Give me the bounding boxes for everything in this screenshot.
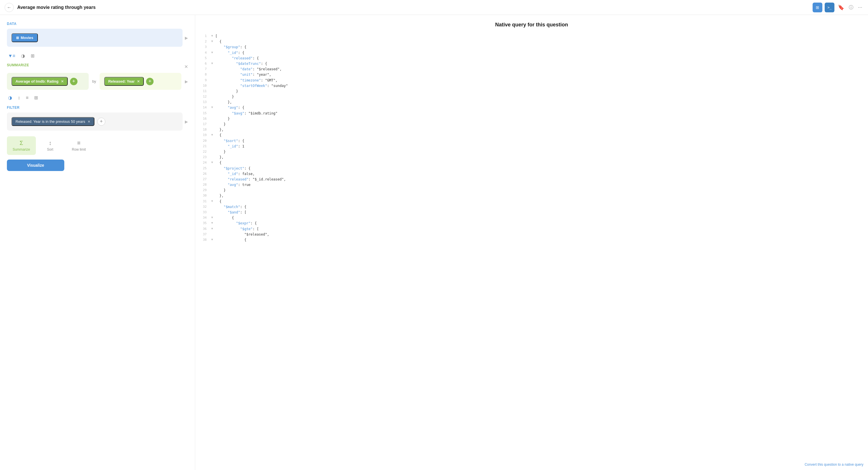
line-content: "$expr": { <box>215 221 861 226</box>
line-number: 13 <box>202 100 211 105</box>
line-number: 9 <box>202 78 211 83</box>
data-section-arrow: ▶ <box>185 36 188 40</box>
table-row: 4▼ "_id": { <box>202 50 861 56</box>
toolbar-row-limit[interactable]: ≡ Row limit <box>65 136 93 155</box>
add-group-button[interactable]: + <box>146 78 154 85</box>
convert-link[interactable]: Convert this question to a native query <box>805 463 863 467</box>
line-toggle[interactable]: ▼ <box>211 226 215 231</box>
toggle-icon-btn[interactable]: ◑ <box>20 53 26 59</box>
sort-icon-2: ↕ <box>18 95 20 100</box>
more-button[interactable]: ··· <box>857 3 863 11</box>
line-content: { <box>215 39 861 44</box>
table-row: 35▼ "$expr": { <box>202 221 861 226</box>
filter-chip-remove[interactable]: ✕ <box>88 120 90 124</box>
line-content: { <box>215 215 861 221</box>
filter-arrow: ▶ <box>185 119 188 124</box>
filter-box: Released: Year is in the previous 50 yea… <box>7 113 183 131</box>
line-content: } <box>215 122 861 127</box>
add-metric-button[interactable]: + <box>70 78 78 85</box>
toggle-btn-2[interactable]: ◑ <box>7 94 13 101</box>
table-row: 31▼ { <box>202 199 861 204</box>
table-row: 12 } <box>202 94 861 100</box>
toolbar-summarize[interactable]: Σ Summarize <box>7 136 36 155</box>
summarize-icon: Σ <box>20 140 23 146</box>
line-number: 7 <box>202 67 211 72</box>
line-number: 36 <box>202 226 211 231</box>
line-content: }, <box>215 155 861 160</box>
line-number: 38 <box>202 237 211 243</box>
summarize-close-button[interactable]: ✕ <box>184 64 188 69</box>
line-content: "$match": { <box>215 204 861 210</box>
expand-icon-btn[interactable]: ⊞ <box>33 94 39 101</box>
group-chip-remove[interactable]: ✕ <box>137 80 140 84</box>
line-toggle[interactable]: ▼ <box>211 237 215 242</box>
line-number: 10 <box>202 83 211 88</box>
table-row: 36▼ "$gte": [ <box>202 226 861 232</box>
table-row: 17 } <box>202 122 861 127</box>
line-content: [ <box>215 34 861 39</box>
line-content: "_id": { <box>215 50 861 56</box>
data-section-label: Data <box>7 22 188 26</box>
line-toggle[interactable]: ▼ <box>211 50 215 55</box>
grid-icon: ⊞ <box>816 5 819 10</box>
line-number: 16 <box>202 116 211 121</box>
summarize-section: Summarize ✕ Average of Imdb: Rating ✕ + … <box>7 63 188 90</box>
line-toggle[interactable]: ▼ <box>211 199 215 203</box>
line-toggle[interactable]: ▼ <box>211 105 215 109</box>
line-number: 25 <box>202 166 211 171</box>
table-row: 18 }, <box>202 127 861 132</box>
line-toggle[interactable]: ▼ <box>211 215 215 220</box>
line-content: { <box>215 160 861 165</box>
bookmark-button[interactable]: 🔖 <box>837 3 845 12</box>
grid-view-button[interactable]: ⊞ <box>813 3 823 12</box>
toolbar-sort[interactable]: ↕ Sort <box>36 136 65 155</box>
data-icon-row: ▼≡ ◑ ⊞ <box>7 51 188 60</box>
line-toggle[interactable]: ▼ <box>211 160 215 165</box>
table-row: 16 } <box>202 116 861 122</box>
group-chip[interactable]: Released: Year ✕ <box>104 77 144 86</box>
terminal-button[interactable]: >_ <box>825 3 834 12</box>
movies-grid-icon: ⊞ <box>16 36 19 40</box>
movies-chip[interactable]: ⊞ Movies <box>11 33 38 42</box>
by-label: by <box>92 79 96 84</box>
line-toggle[interactable]: ▼ <box>211 61 215 66</box>
toolbar-sort-label: Sort <box>47 148 53 152</box>
line-number: 2 <box>202 39 211 44</box>
summarize-icon-row: ◑ ↕ ≡ ⊞ <box>7 94 188 101</box>
line-content: "avg": true <box>215 182 861 188</box>
line-toggle[interactable]: ▼ <box>211 132 215 137</box>
line-number: 14 <box>202 105 211 110</box>
bookmark-icon: 🔖 <box>838 5 844 10</box>
line-number: 24 <box>202 160 211 165</box>
line-content: "_id": 1 <box>215 144 861 149</box>
line-toggle[interactable]: ▼ <box>211 221 215 225</box>
list-icon-btn[interactable]: ≡ <box>25 95 30 101</box>
toolbar-summarize-label: Summarize <box>12 148 30 152</box>
add-filter-button[interactable]: + <box>97 118 105 126</box>
line-number: 3 <box>202 44 211 50</box>
sort-icon-btn-2[interactable]: ↕ <box>17 95 21 101</box>
join-icon-btn[interactable]: ⊞ <box>30 53 36 59</box>
metric-chip-remove[interactable]: ✕ <box>61 80 64 84</box>
visualize-button[interactable]: Visualize <box>7 160 64 171</box>
info-button[interactable]: ⓘ <box>848 3 855 12</box>
line-number: 8 <box>202 72 211 77</box>
table-row: 5 "released": { <box>202 56 861 61</box>
line-toggle[interactable]: ▼ <box>211 34 215 38</box>
back-button[interactable]: ← <box>5 3 14 12</box>
line-number: 29 <box>202 188 211 193</box>
summarize-arrow: ▶ <box>185 79 188 84</box>
line-toggle[interactable]: ▼ <box>211 39 215 43</box>
line-number: 18 <box>202 127 211 132</box>
table-row: 19▼ { <box>202 132 861 138</box>
filter-chip[interactable]: Released: Year is in the previous 50 yea… <box>11 117 94 126</box>
table-row: 15 "$avg": "$imdb.rating" <box>202 111 861 116</box>
filter-chip-label: Released: Year is in the previous 50 yea… <box>16 119 85 124</box>
metric-chip[interactable]: Average of Imdb: Rating ✕ <box>11 77 68 86</box>
filter-icon-btn[interactable]: ▼≡ <box>7 53 17 59</box>
toggle-icon-2: ◑ <box>8 95 12 100</box>
more-icon: ··· <box>858 4 862 10</box>
table-row: 1▼[ <box>202 34 861 39</box>
back-icon: ← <box>7 5 11 10</box>
line-content: } <box>215 89 861 94</box>
